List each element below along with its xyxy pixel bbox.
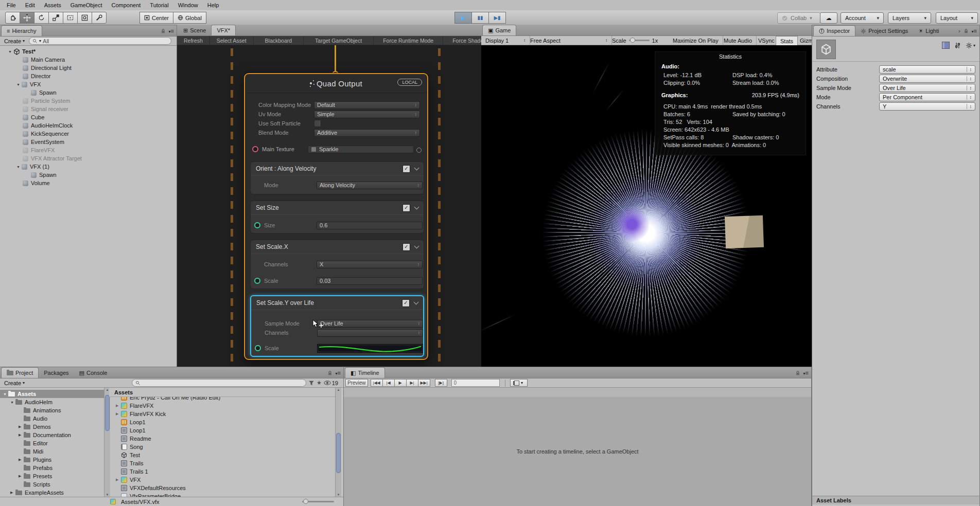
color-mapping-dropdown[interactable]: Default↕ — [314, 101, 420, 109]
tab-inspector[interactable]: Inspector — [813, 25, 855, 36]
timeline-options-button[interactable]: ▾ — [510, 379, 528, 387]
tab-overflow-icon[interactable]: › — [958, 28, 960, 34]
texture-port[interactable] — [252, 146, 258, 152]
scale-slider[interactable]: Scale 1x — [608, 36, 668, 45]
tab-scene[interactable]: ⊞Scene — [178, 25, 211, 35]
hidden-packages-toggle[interactable]: 19 — [324, 380, 338, 386]
tab-hierarchy[interactable]: ≡Hierarchy — [1, 25, 42, 36]
frame-input[interactable] — [452, 380, 499, 386]
chevron-down-icon[interactable] — [414, 300, 419, 305]
blackboard-toggle[interactable]: Blackboard — [254, 36, 304, 45]
scale-port[interactable] — [254, 278, 260, 284]
scale-curve-port[interactable] — [255, 345, 261, 351]
display-dropdown[interactable]: Display 1↕ — [481, 36, 530, 45]
hierarchy-item[interactable]: EventSystem — [0, 138, 177, 146]
move-tool-button[interactable] — [20, 12, 34, 24]
tree-item[interactable]: ▶Demos — [0, 423, 104, 431]
size-field[interactable]: 0.6 — [317, 222, 423, 229]
lock-icon[interactable] — [161, 28, 166, 34]
hierarchy-item[interactable]: Cube — [0, 113, 177, 121]
asset-item[interactable]: Trails — [109, 459, 335, 467]
cloud-button[interactable]: ☁ — [820, 12, 837, 24]
scale-field[interactable]: 0.03 — [317, 277, 423, 285]
tree-item[interactable]: ▶Plugins — [0, 456, 104, 464]
tab-packages[interactable]: Packages — [39, 368, 74, 378]
hierarchy-item[interactable]: Volume — [0, 179, 177, 187]
scale-slider-track[interactable] — [629, 40, 650, 41]
go-to-end-button[interactable]: ▶▶| — [418, 379, 430, 387]
channels-dropdown[interactable]: Y↕ — [879, 102, 975, 111]
icon-size-knob[interactable] — [303, 499, 308, 504]
tree-item[interactable]: ▶Presets — [0, 472, 104, 480]
custom-tool-button[interactable] — [92, 12, 107, 24]
block-enabled-checkbox[interactable]: ✓ — [402, 243, 410, 251]
transform-tool-button[interactable] — [77, 12, 92, 24]
asset-item[interactable]: Loop1 — [109, 418, 335, 426]
panel-menu-icon[interactable]: ▾≡ — [803, 370, 809, 376]
scale-slider-knob[interactable] — [630, 38, 635, 43]
tab-timeline[interactable]: ◧Timeline — [345, 367, 385, 378]
sliders-icon[interactable] — [954, 42, 961, 49]
block-set-scale-y-over-life[interactable]: Set Scale.Y over Life✓ Sample ModeOver L… — [250, 295, 424, 357]
tab-game[interactable]: ▣Game — [482, 25, 516, 35]
pivot-global-button[interactable]: Global — [173, 12, 206, 24]
mute-audio-toggle[interactable]: Mute Audio — [720, 36, 757, 45]
layout-button[interactable]: Layout▾ — [936, 12, 978, 24]
tree-item[interactable]: ▼Assets — [0, 390, 104, 398]
block-enabled-checkbox[interactable]: ✓ — [402, 165, 410, 173]
asset-item[interactable]: Test — [109, 451, 335, 459]
go-to-start-button[interactable]: |◀◀ — [371, 379, 383, 387]
node-header[interactable]: Quad Output LOCAL — [245, 74, 427, 93]
tree-item[interactable]: Audio — [0, 414, 104, 423]
tree-item[interactable]: Prefabs — [0, 464, 104, 472]
tree-item[interactable]: ▼AudioHelm — [0, 398, 104, 406]
tree-item[interactable]: Editor — [0, 439, 104, 447]
tree-item[interactable]: Animations — [0, 406, 104, 414]
hierarchy-item[interactable]: Particle System — [0, 97, 177, 105]
sample-mode-dropdown[interactable]: Over Life↕ — [317, 320, 423, 328]
lock-icon[interactable] — [327, 370, 332, 376]
hierarchy-item[interactable]: Main Camera — [0, 56, 177, 64]
hierarchy-item[interactable]: VFX Attractor Target — [0, 154, 177, 162]
gizmos-dropdown[interactable]: Gizmos — [796, 36, 812, 45]
menu-gameobject[interactable]: GameObject — [66, 2, 107, 8]
search-by-type-icon[interactable] — [308, 380, 314, 386]
chevron-down-icon[interactable] — [414, 166, 419, 171]
rect-tool-button[interactable] — [63, 12, 78, 24]
size-port[interactable] — [254, 222, 260, 228]
menu-file[interactable]: File — [2, 2, 21, 8]
project-create-button[interactable]: Create▾ — [2, 380, 27, 386]
mode-dropdown[interactable]: Per Component↕ — [879, 93, 975, 101]
hierarchy-item[interactable]: Spawn — [0, 88, 177, 97]
scene-row[interactable]: ▼Test* — [0, 47, 177, 56]
maximize-on-play-toggle[interactable]: Maximize On Play — [669, 36, 723, 45]
hierarchy-item[interactable]: FlareVFX — [0, 146, 177, 154]
pivot-center-button[interactable]: Center — [139, 12, 173, 24]
timeline-play-button[interactable]: ▶ — [394, 379, 407, 387]
account-button[interactable]: Account▾ — [841, 12, 884, 24]
scale-tool-button[interactable] — [48, 12, 63, 24]
asset-item[interactable]: Loop1 — [109, 426, 335, 435]
main-texture-field[interactable]: Sparkle — [308, 146, 414, 153]
menu-tutorial[interactable]: Tutorial — [145, 2, 173, 8]
menu-component[interactable]: Component — [107, 2, 145, 8]
stats-toggle[interactable]: Stats — [776, 36, 798, 46]
channels-dropdown[interactable]: X↕ — [317, 261, 423, 268]
refresh-button[interactable]: Refresh — [177, 36, 210, 45]
chevron-down-icon[interactable] — [414, 244, 419, 249]
timeline-ruler[interactable] — [344, 388, 811, 397]
tree-item[interactable]: ▶ExampleAssets — [0, 489, 104, 497]
hierarchy-item[interactable]: Signal receiver — [0, 105, 177, 113]
blend-mode-dropdown[interactable]: Additive↕ — [314, 129, 420, 137]
menu-help[interactable]: Help — [203, 2, 224, 8]
tab-project-settings[interactable]: Project Settings — [855, 26, 913, 36]
tree-item[interactable]: ▶Documentation — [0, 431, 104, 439]
asset-list-scrollbar[interactable]: ▲▼ — [335, 388, 341, 497]
block-set-scale-x[interactable]: Set Scale.X✓ ChannelsX↕ Scale0.03 — [250, 240, 424, 289]
block-orient-along-velocity[interactable]: Orient : Along Velocity✓ ModeAlong Veloc… — [250, 161, 424, 194]
menu-edit[interactable]: Edit — [21, 2, 40, 8]
asset-item[interactable]: VFXDefaultResources — [109, 484, 335, 492]
select-asset-button[interactable]: Select Asset — [210, 36, 254, 45]
asset-item[interactable]: VfxParameterBridge — [109, 492, 335, 497]
preview-toggle[interactable]: Preview — [345, 379, 368, 387]
